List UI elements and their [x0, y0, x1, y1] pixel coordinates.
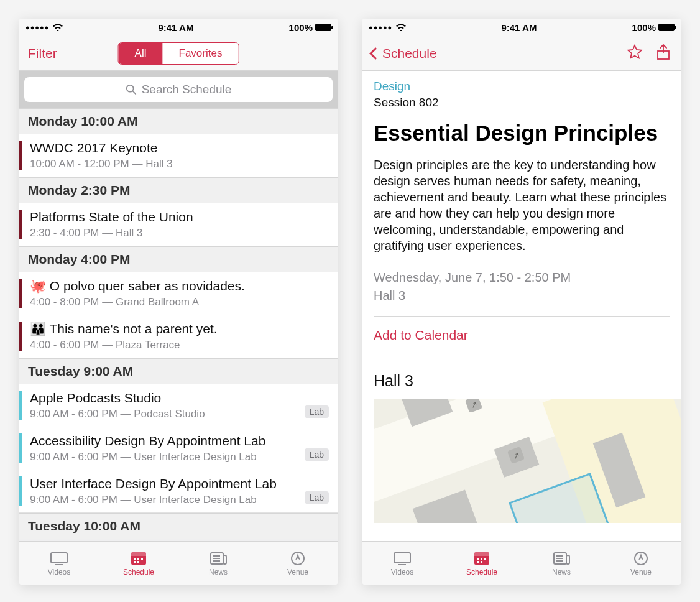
nav-bar: Schedule — [362, 36, 681, 71]
svg-rect-23 — [481, 558, 482, 560]
section-header: Monday 4:00 PM — [19, 246, 338, 272]
schedule-icon — [472, 550, 492, 567]
list-item[interactable]: Platforms State of the Union 2:30 - 4:00… — [19, 203, 338, 246]
list-item[interactable]: 👪 This name's not a parent yet. 4:00 - 6… — [19, 315, 338, 358]
favorite-button[interactable] — [626, 44, 643, 63]
search-icon — [126, 84, 137, 95]
schedule-list[interactable]: Monday 10:00 AM WWDC 2017 Keynote 10:00 … — [19, 108, 338, 541]
search-container: Search Schedule — [19, 71, 338, 108]
tab-bar: Videos Schedule News Venue — [362, 541, 681, 585]
back-button[interactable]: Schedule — [371, 46, 437, 61]
session-datetime: Wednesday, June 7, 1:50 - 2:50 PM — [374, 269, 670, 287]
tab-bar: Videos Schedule News Venue — [19, 541, 338, 585]
back-label: Schedule — [382, 46, 437, 61]
status-time: 9:41 AM — [501, 22, 537, 33]
chevron-left-icon — [369, 47, 382, 60]
tab-videos[interactable]: Videos — [19, 550, 99, 577]
svg-rect-25 — [477, 561, 479, 563]
news-icon — [551, 550, 571, 567]
list-item[interactable]: WWDC 2017 Keynote 10:00 AM - 12:00 PM — … — [19, 134, 338, 177]
row-title: 🐙 O polvo quer saber as novidades. — [30, 279, 329, 294]
svg-rect-18 — [394, 553, 410, 563]
tab-venue[interactable]: Venue — [601, 550, 681, 577]
share-button[interactable] — [655, 44, 672, 63]
tab-venue[interactable]: Venue — [258, 550, 338, 577]
section-header: Monday 2:30 PM — [19, 177, 338, 203]
tab-label: Venue — [287, 568, 308, 577]
svg-rect-12 — [223, 555, 226, 564]
tab-label: Schedule — [466, 568, 497, 577]
svg-rect-5 — [131, 552, 146, 556]
venue-map[interactable]: ↗ ↗ — [374, 399, 681, 523]
share-icon — [655, 44, 672, 61]
session-location: Hall 3 — [374, 287, 670, 305]
svg-rect-22 — [477, 558, 479, 560]
wifi-icon — [53, 24, 63, 32]
signal-dots-icon: ●●●●● — [25, 24, 49, 31]
battery-percent: 100% — [632, 22, 656, 33]
tab-label: Venue — [630, 568, 652, 577]
add-to-calendar-button[interactable]: Add to Calendar — [374, 328, 670, 343]
segment-all[interactable]: All — [119, 43, 163, 64]
session-number: Session 802 — [374, 96, 670, 109]
section-header: Tuesday 9:00 AM — [19, 358, 338, 384]
tab-schedule[interactable]: Schedule — [442, 550, 522, 577]
tab-schedule[interactable]: Schedule — [99, 550, 178, 577]
tab-news[interactable]: News — [178, 550, 258, 577]
svg-rect-10 — [137, 561, 139, 563]
category-bar — [19, 279, 22, 308]
list-item[interactable]: User Interface Design By Appointment Lab… — [19, 470, 338, 513]
svg-rect-28 — [566, 555, 569, 564]
search-input[interactable]: Search Schedule — [24, 77, 333, 102]
svg-line-1 — [132, 91, 136, 95]
svg-rect-8 — [141, 558, 143, 560]
videos-icon — [392, 550, 412, 567]
row-title: Accessibility Design By Appointment Lab — [30, 433, 300, 448]
session-category[interactable]: Design — [374, 80, 670, 93]
category-bar — [19, 433, 22, 463]
nav-bar: Filter All Favorites — [19, 36, 338, 71]
segmented-control: All Favorites — [118, 42, 239, 65]
svg-rect-7 — [137, 558, 139, 560]
section-header: Monday 10:00 AM — [19, 108, 338, 134]
tab-news[interactable]: News — [522, 550, 601, 577]
svg-rect-6 — [134, 558, 136, 560]
row-subtitle: 4:00 - 8:00 PM — Grand Ballroom A — [30, 296, 329, 308]
tab-label: Videos — [391, 568, 413, 577]
lab-badge: Lab — [305, 448, 329, 461]
row-subtitle: 9:00 AM - 6:00 PM — User Interface Desig… — [30, 494, 300, 506]
list-item[interactable]: Accessibility Design By Appointment Lab … — [19, 427, 338, 470]
search-placeholder: Search Schedule — [142, 83, 232, 96]
category-bar — [19, 141, 22, 170]
list-item[interactable]: Apple Podcasts Studio 9:00 AM - 6:00 PM … — [19, 384, 338, 427]
session-detail[interactable]: Design Session 802 Essential Design Prin… — [362, 71, 681, 541]
row-subtitle: 10:00 AM - 12:00 PM — Hall 3 — [30, 158, 329, 170]
tab-label: News — [209, 568, 228, 577]
filter-button[interactable]: Filter — [28, 46, 57, 61]
category-bar — [19, 210, 22, 239]
svg-rect-21 — [474, 552, 489, 556]
venue-icon — [631, 550, 651, 567]
status-time: 9:41 AM — [158, 22, 193, 33]
category-bar — [19, 322, 22, 351]
signal-dots-icon: ●●●●● — [369, 24, 392, 31]
tab-videos[interactable]: Videos — [362, 550, 442, 577]
section-header: Tuesday 10:00 AM — [19, 513, 338, 539]
row-title: User Interface Design By Appointment Lab — [30, 476, 300, 491]
news-icon — [208, 550, 228, 567]
session-detail-screen: ●●●●● 9:41 AM 100% Schedule Design Sessi… — [362, 19, 681, 585]
segment-favorites[interactable]: Favorites — [162, 43, 238, 64]
category-bar — [19, 476, 22, 506]
tab-label: Schedule — [123, 568, 154, 577]
row-title: 👪 This name's not a parent yet. — [30, 322, 329, 336]
svg-rect-26 — [481, 561, 482, 563]
svg-rect-24 — [484, 558, 486, 560]
schedule-icon — [129, 550, 149, 567]
status-bar: ●●●●● 9:41 AM 100% — [362, 19, 681, 36]
svg-rect-9 — [134, 561, 136, 563]
row-subtitle: 9:00 AM - 6:00 PM — User Interface Desig… — [30, 451, 300, 463]
row-title: WWDC 2017 Keynote — [30, 141, 329, 155]
row-subtitle: 4:00 - 6:00 PM — Plaza Terrace — [30, 339, 329, 351]
list-item[interactable]: 🐙 O polvo quer saber as novidades. 4:00 … — [19, 272, 338, 315]
divider — [374, 316, 670, 317]
